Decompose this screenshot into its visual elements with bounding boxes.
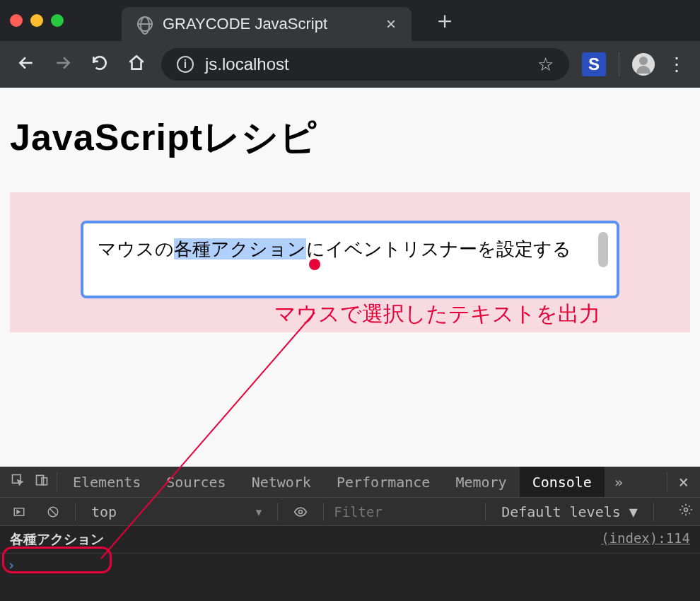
console-sidebar-toggle-icon[interactable] [7, 506, 31, 518]
textarea-text-pre: マウスの [98, 238, 174, 259]
svg-point-7 [684, 508, 688, 512]
forward-button[interactable] [51, 54, 75, 76]
filter-input[interactable] [334, 504, 475, 520]
window-minimize-button[interactable] [30, 14, 43, 27]
divider [485, 503, 486, 521]
chevron-down-icon: ▼ [256, 506, 262, 518]
divider [653, 503, 654, 521]
reload-button[interactable] [88, 54, 112, 76]
tab-sources[interactable]: Sources [153, 467, 238, 497]
site-info-icon[interactable]: i [177, 56, 194, 73]
context-selector[interactable]: top ▼ [86, 503, 267, 520]
toolbar-divider [619, 52, 619, 76]
new-tab-button[interactable]: ＋ [420, 4, 469, 37]
address-bar[interactable]: i js.localhost ☆ [161, 48, 569, 81]
svg-rect-3 [42, 478, 47, 485]
tab-bar: GRAYCODE JavaScript × ＋ [0, 0, 700, 41]
extension-badge[interactable]: S [582, 52, 606, 76]
svg-rect-2 [37, 475, 44, 484]
log-source-link[interactable]: (index):114 [601, 530, 690, 549]
profile-avatar-button[interactable] [632, 53, 655, 76]
svg-point-6 [299, 510, 303, 513]
browser-chrome: GRAYCODE JavaScript × ＋ i js.localhost ☆… [0, 0, 700, 88]
tab-elements[interactable]: Elements [60, 467, 153, 497]
window-zoom-button[interactable] [51, 14, 64, 27]
url-text: js.localhost [205, 54, 289, 74]
divider [277, 503, 278, 521]
eye-icon[interactable] [288, 505, 313, 519]
browser-tab[interactable]: GRAYCODE JavaScript × [122, 7, 412, 41]
clear-console-icon[interactable] [41, 506, 65, 518]
tab-memory[interactable]: Memory [443, 467, 519, 497]
divider [323, 503, 324, 521]
window-traffic-lights [10, 14, 64, 27]
globe-icon [137, 16, 153, 32]
home-button[interactable] [124, 54, 148, 76]
console-filter-bar: top ▼ Default levels ▼ [0, 498, 700, 526]
tab-network[interactable]: Network [239, 467, 324, 497]
divider [57, 472, 57, 492]
window-close-button[interactable] [10, 14, 23, 27]
demo-box: マウスの各種アクションにイベントリスナーを設定する マウスで選択したテキストを出… [10, 192, 690, 332]
textarea-scrollbar[interactable] [598, 232, 608, 267]
inspect-icon[interactable] [6, 473, 30, 491]
devtools-panel: Elements Sources Network Performance Mem… [0, 467, 700, 601]
annotation-highlight-box [2, 547, 112, 573]
divider [75, 503, 76, 521]
devtools-close-button[interactable]: × [667, 472, 700, 492]
demo-textarea[interactable]: マウスの各種アクションにイベントリスナーを設定する [81, 221, 619, 298]
browser-menu-button[interactable]: ⋮ [667, 61, 686, 68]
page-content: JavaScriptレシピ マウスの各種アクションにイベントリスナーを設定する … [0, 88, 700, 332]
tabs-overflow-button[interactable]: » [605, 467, 633, 497]
textarea-text-post: にイベントリスナーを設定する [306, 238, 571, 259]
devtools-tabbar: Elements Sources Network Performance Mem… [0, 467, 700, 498]
bookmark-star-icon[interactable]: ☆ [537, 54, 554, 76]
browser-toolbar: i js.localhost ☆ S ⋮ [0, 41, 700, 88]
tab-title: GRAYCODE JavaScript [163, 15, 376, 33]
device-toggle-icon[interactable] [30, 473, 54, 491]
annotation-label: マウスで選択したテキストを出力 [274, 300, 600, 329]
tab-console[interactable]: Console [520, 467, 605, 497]
tab-performance[interactable]: Performance [324, 467, 443, 497]
page-heading: JavaScriptレシピ [10, 113, 690, 163]
back-button[interactable] [14, 54, 38, 76]
annotation-dot-icon [309, 259, 320, 270]
textarea-selected-text: 各種アクション [174, 238, 306, 259]
console-settings-icon[interactable] [679, 503, 693, 520]
log-level-selector[interactable]: Default levels ▼ [496, 503, 643, 520]
close-tab-button[interactable]: × [386, 14, 396, 34]
